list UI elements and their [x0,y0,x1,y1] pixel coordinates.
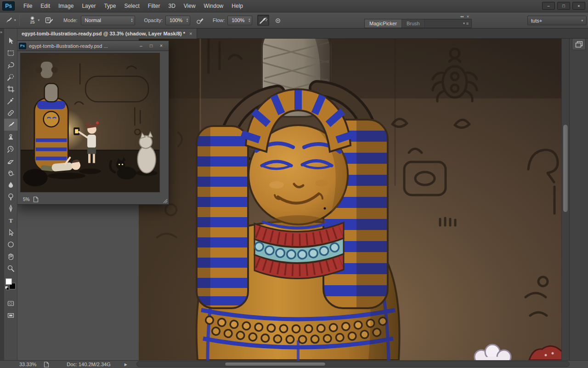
horizontal-scrollbar-thumb[interactable] [225,362,326,366]
tool-brush[interactable] [4,119,17,131]
tool-zoom[interactable] [4,262,17,274]
brush-preset-picker[interactable]: 25 ▾ [27,16,40,24]
menu-view[interactable]: View [180,0,200,12]
floating-window-title: egypt-tomb-illustration-ready.psd ... [29,43,136,49]
collapse-panel-icon[interactable]: ◂◂ [460,15,464,18]
status-flyout-icon[interactable]: ▶ [124,362,127,367]
brush-icon [5,17,12,24]
menu-edit[interactable]: Edit [36,0,54,12]
hand-icon [7,253,15,260]
brush-size-value: 25 [30,20,35,24]
screen-mode-icon [7,311,15,319]
minimize-button[interactable]: – [542,2,555,10]
tool-type[interactable]: T [4,214,17,226]
panel-menu-icon[interactable]: ▾≡ [460,19,471,28]
tool-rectangular-marquee[interactable] [4,47,17,59]
lasso-icon [7,61,15,69]
tab-close-icon[interactable]: × [189,31,192,36]
canvas[interactable] [139,39,561,360]
tool-preset-picker[interactable] [2,15,14,26]
mode-label: Mode: [63,17,78,23]
tool-dodge[interactable] [4,190,17,202]
blend-mode-select[interactable]: Normal ▴▾ [81,16,135,25]
path-selection-icon [7,229,15,236]
floating-window-statusbar: 5% [17,194,169,204]
thumbnail-canvas[interactable] [20,53,160,192]
menu-3d[interactable]: 3D [164,0,179,12]
close-button[interactable]: × [156,42,166,50]
document-tab-bar: egypt-tomb-illustration-ready.psd @ 33.3… [0,29,588,39]
toggle-brush-panel-button[interactable] [43,15,55,26]
tool-clone-stamp[interactable] [4,131,17,143]
foreground-color-swatch[interactable] [6,278,12,285]
quick-mask-button[interactable] [4,297,17,309]
layers-panel-button[interactable] [572,38,586,50]
menu-layer[interactable]: Layer [78,0,100,12]
zoom-level-field[interactable]: 33.33% [19,362,36,367]
resize-grip[interactable] [163,198,168,203]
tool-quick-selection[interactable] [4,71,17,83]
vertical-scrollbar[interactable] [561,39,569,360]
vertical-scrollbar-thumb[interactable] [563,124,568,213]
menu-filter[interactable]: Filter [144,0,164,12]
layers-icon [575,41,583,48]
right-panel-dock: ◂◂ [569,29,588,360]
tool-blur[interactable] [4,178,17,190]
spinner-arrows-icon: ▴▾ [184,18,188,23]
floating-window-titlebar[interactable]: Ps egypt-tomb-illustration-ready.psd ...… [17,41,169,51]
tool-eraser[interactable] [4,155,17,167]
tool-history-brush[interactable] [4,143,17,155]
restore-button[interactable]: □ [146,42,156,50]
tab-magicpicker[interactable]: MagicPicker [365,19,402,28]
nemes-lappet-left [197,126,248,308]
tool-move[interactable] [4,35,17,47]
menu-image[interactable]: Image [54,0,78,12]
default-colors-icon[interactable] [5,286,9,290]
divider [19,15,20,26]
tool-ellipse[interactable] [4,238,17,250]
chevron-down-icon: ▾ [14,18,16,22]
svg-text:T: T [9,217,13,224]
dodge-icon [7,193,15,201]
thumb-zoom-value[interactable]: 5% [23,197,29,202]
opacity-select[interactable]: 100% ▴▾ [165,16,190,25]
brush-cursor-dot [324,207,326,210]
close-button[interactable]: × [572,2,585,10]
marquee-icon [7,49,15,57]
expand-dock-icon[interactable]: » [0,30,4,34]
menu-window[interactable]: Window [200,0,228,12]
page-icon[interactable] [33,196,39,202]
tool-lasso[interactable] [4,59,17,71]
pressure-opacity-button[interactable] [194,15,206,26]
tool-spot-healing-brush[interactable] [4,107,17,119]
horizontal-scrollbar[interactable] [136,361,570,367]
pressure-size-button[interactable] [272,15,284,26]
tab-brush-panel[interactable]: Brush [402,19,425,28]
tool-pen[interactable] [4,202,17,214]
menu-type[interactable]: Type [100,0,120,12]
floating-document-window[interactable]: Ps egypt-tomb-illustration-ready.psd ...… [16,40,169,205]
tool-crop[interactable] [4,83,17,95]
flow-select[interactable]: 100% ▴▾ [227,16,252,25]
tool-hand[interactable] [4,250,17,262]
tool-paint-bucket[interactable] [4,167,17,178]
airbrush-toggle-button[interactable] [257,15,269,26]
bandage-icon [7,109,15,117]
close-panel-icon[interactable]: × [467,14,469,19]
menu-select[interactable]: Select [120,0,143,12]
magnifier-icon [7,264,15,272]
flow-label: Flow: [213,17,225,23]
history-brush-icon [7,145,15,153]
document-tab[interactable]: egypt-tomb-illustration-ready.psd @ 33.3… [17,29,197,39]
screen-mode-button[interactable] [4,309,17,321]
droplet-icon [7,181,15,189]
menu-help[interactable]: Help [227,0,247,12]
tool-path-selection[interactable] [4,226,17,238]
tool-eyedropper[interactable] [4,95,17,107]
document-size-info: Doc: 140.2M/2.34G [67,362,110,367]
menu-file[interactable]: File [19,0,36,12]
spinner-arrows-icon: ▴▾ [129,18,133,23]
restore-button[interactable]: □ [557,2,570,10]
minimize-button[interactable]: – [136,42,146,50]
workspace-switcher[interactable]: tuts+ ▾ [527,16,587,25]
